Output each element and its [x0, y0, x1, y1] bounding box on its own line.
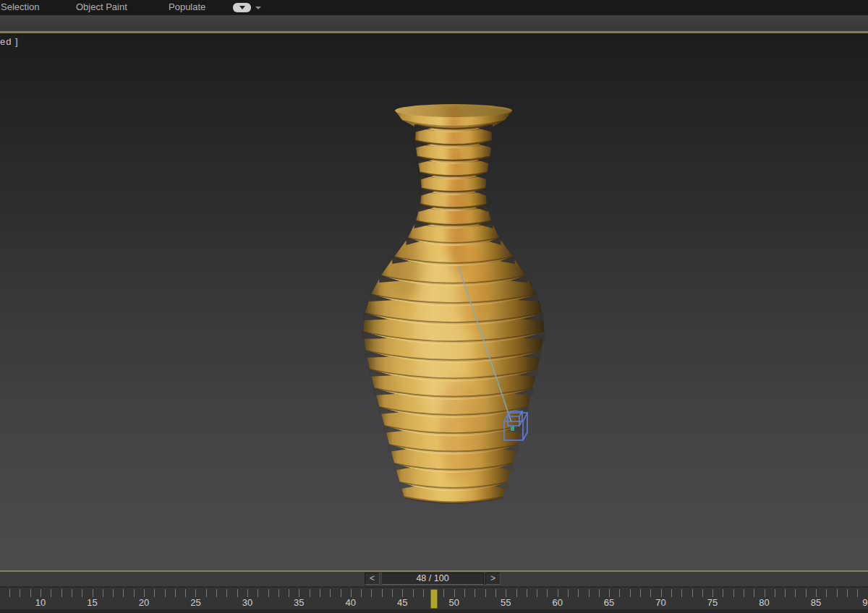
frame-tick: [537, 589, 537, 597]
frame-tick: [247, 589, 248, 597]
vase-3d-object[interactable]: [362, 103, 545, 502]
frame-tick: [806, 589, 807, 597]
timeline-ruler[interactable]: 1015202530354045505560657075808590: [0, 586, 868, 609]
frame-tick: [640, 589, 641, 597]
frame-tick: [310, 589, 310, 597]
frame-tick: [723, 589, 723, 597]
frame-number-label: 10: [30, 597, 51, 608]
frame-tick: [289, 589, 289, 597]
frame-tick: [712, 589, 713, 597]
frame-tick: [671, 589, 672, 597]
frame-tick: [681, 589, 682, 597]
frame-counter-field[interactable]: 48 / 100: [381, 573, 484, 585]
frame-tick: [206, 589, 207, 597]
frame-tick: [51, 589, 51, 597]
frame-tick: [392, 589, 393, 597]
frame-tick: [144, 589, 145, 597]
frame-tick: [744, 589, 744, 597]
frame-number-label: 50: [443, 597, 465, 608]
frame-number-label: 85: [805, 597, 827, 608]
frame-tick: [9, 589, 10, 597]
frame-tick: [506, 589, 506, 597]
3dsmax-window: Selection Object Paint Populate ed ]: [0, 0, 868, 613]
frame-tick: [61, 589, 62, 597]
frame-number-label: 45: [391, 597, 413, 608]
frame-tick: [413, 589, 414, 597]
scene-canvas[interactable]: [0, 0, 868, 613]
frame-tick: [402, 589, 403, 597]
frame-tick: [630, 589, 631, 597]
frame-tick: [527, 589, 527, 597]
frame-tick: [185, 589, 186, 597]
frame-tick: [299, 589, 299, 597]
frame-tick: [351, 589, 352, 597]
frame-tick: [93, 589, 93, 597]
frame-tick: [464, 589, 465, 597]
frame-tick: [443, 589, 444, 597]
time-transport-bar: < 48 / 100 >: [0, 572, 868, 586]
frame-tick: [371, 589, 372, 597]
frame-number-label: 25: [184, 597, 206, 608]
frame-tick: [785, 589, 786, 597]
frame-tick: [423, 589, 424, 597]
frame-tick: [837, 589, 838, 597]
frame-tick: [857, 589, 858, 597]
frame-tick: [578, 589, 579, 597]
frame-tick: [268, 589, 269, 597]
bottom-edge-strip: [0, 609, 868, 613]
frame-tick: [82, 589, 82, 597]
frame-tick: [237, 589, 238, 597]
frame-tick: [589, 589, 590, 597]
frame-tick: [702, 589, 703, 597]
frame-tick: [619, 589, 620, 597]
frame-tick: [558, 589, 558, 597]
frame-tick: [165, 589, 166, 597]
frame-tick: [650, 589, 651, 597]
frame-number-label: 30: [237, 597, 258, 608]
frame-tick: [123, 589, 124, 597]
frame-tick: [382, 589, 383, 597]
frame-number-label: 70: [650, 597, 672, 608]
frame-tick: [847, 589, 848, 597]
time-slider-marker[interactable]: [430, 589, 438, 609]
frame-tick: [733, 589, 734, 597]
frame-tick: [103, 589, 103, 597]
frame-number-label: 15: [82, 597, 103, 608]
frame-tick: [134, 589, 135, 597]
frame-tick: [30, 589, 31, 597]
frame-tick: [485, 589, 486, 597]
frame-tick: [547, 589, 548, 597]
frame-tick: [795, 589, 796, 597]
next-frame-button[interactable]: >: [485, 573, 501, 585]
frame-tick: [113, 589, 114, 597]
frame-tick: [216, 589, 217, 597]
frame-tick: [826, 589, 827, 597]
frame-tick: [754, 589, 754, 597]
frame-number-label: 20: [133, 597, 155, 608]
frame-tick: [226, 589, 227, 597]
gizmo-center-dot: [511, 426, 514, 431]
frame-tick: [320, 589, 320, 597]
frame-tick: [816, 589, 817, 597]
frame-tick: [599, 589, 600, 597]
frame-tick: [454, 589, 455, 597]
frame-tick: [330, 589, 331, 597]
frame-tick: [175, 589, 176, 597]
frame-tick: [341, 589, 341, 597]
previous-frame-button[interactable]: <: [365, 573, 380, 585]
frame-tick: [20, 589, 20, 597]
frame-tick: [72, 589, 72, 597]
frame-tick: [661, 589, 662, 597]
frame-number-label: 80: [754, 597, 775, 608]
frame-tick: [516, 589, 517, 597]
frame-tick: [195, 589, 196, 597]
frame-tick: [154, 589, 155, 597]
frame-number-label: 90: [857, 597, 868, 608]
frame-tick: [495, 589, 496, 597]
frame-tick: [692, 589, 693, 597]
frame-tick: [41, 589, 41, 597]
frame-tick: [278, 589, 279, 597]
frame-number-label: 35: [288, 597, 310, 608]
frame-tick: [258, 589, 258, 597]
frame-number-label: 60: [547, 597, 569, 608]
